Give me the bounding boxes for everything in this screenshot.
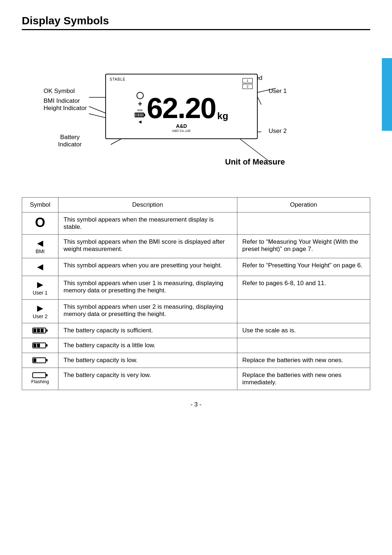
and-brand: A&D bbox=[172, 123, 191, 129]
table-row: ◄ BMI This symbol appears when the BMI s… bbox=[22, 235, 370, 258]
user2-label: User 2 bbox=[269, 127, 287, 135]
scale-top-bar: STABLE bbox=[110, 77, 253, 81]
svg-rect-19 bbox=[33, 358, 36, 362]
description-cell: This symbol appears when the BMI score i… bbox=[58, 235, 237, 258]
symbol-cell: ◄ bbox=[22, 258, 58, 276]
bat-seg2 bbox=[139, 113, 141, 117]
flashing-label: Flashing bbox=[27, 379, 53, 384]
svg-rect-12 bbox=[41, 329, 44, 332]
svg-rect-11 bbox=[37, 329, 40, 332]
table-row: ► User 1 This symbol appears when user 1… bbox=[22, 276, 370, 300]
symbol-cell: ► User 2 bbox=[22, 300, 58, 323]
symbol-cell: ► User 1 bbox=[22, 276, 58, 300]
description-cell: The battery capacity is low. bbox=[58, 353, 237, 368]
svg-rect-21 bbox=[46, 374, 48, 376]
table-row: The battery capacity is a little low. bbox=[22, 338, 370, 353]
symbol-cell: Flashing bbox=[22, 368, 58, 390]
operation-cell: Refer to “Presetting Your Height” on pag… bbox=[237, 258, 370, 276]
symbol-triangle-right-user2: ► bbox=[27, 303, 53, 313]
symbol-o: O bbox=[27, 216, 53, 229]
and-logo: A&D A&D Co.,Ltd. bbox=[172, 123, 191, 133]
operation-cell: Refer to “Measuring Your Weight (With th… bbox=[237, 235, 370, 258]
svg-rect-14 bbox=[46, 344, 48, 347]
unit-of-measure-label: Unit of Measure bbox=[225, 157, 285, 167]
symbol-cell bbox=[22, 323, 58, 338]
stable-label: STABLE bbox=[110, 77, 126, 81]
battery-display bbox=[135, 113, 145, 117]
table-header-row: Symbol Description Operation bbox=[22, 198, 370, 212]
battery-body bbox=[135, 113, 144, 117]
symbol-triangle-left-height: ◄ bbox=[27, 262, 53, 272]
bat-seg3 bbox=[141, 113, 143, 117]
bat-seg1 bbox=[136, 113, 138, 117]
table-row: ► User 2 This symbol appears when user 2… bbox=[22, 300, 370, 323]
bmi-triangle: ◄ bbox=[138, 119, 143, 125]
operation-cell: Replace the batteries with new ones imme… bbox=[237, 368, 370, 390]
bmi-text: BMI bbox=[138, 109, 143, 112]
description-cell: The battery capacity is a little low. bbox=[58, 338, 237, 353]
svg-rect-18 bbox=[46, 359, 48, 361]
description-cell: The battery capacity is very low. bbox=[58, 368, 237, 390]
symbols-table: Symbol Description Operation O This symb… bbox=[22, 197, 370, 390]
page-number: - 3 - bbox=[22, 401, 370, 408]
scale-unit: kg bbox=[217, 110, 228, 122]
operation-cell bbox=[237, 212, 370, 235]
and-brand-sub: A&D Co.,Ltd. bbox=[172, 129, 191, 133]
bat-low-svg bbox=[32, 357, 48, 364]
operation-cell bbox=[237, 338, 370, 353]
ok-circle bbox=[136, 92, 144, 99]
bat-medium-svg bbox=[32, 342, 48, 349]
battery-full-symbol bbox=[27, 327, 53, 334]
user-indicator: 1 2 bbox=[242, 78, 253, 89]
bmi-indicator-label: BMI Indicator Height Indicator bbox=[44, 97, 87, 112]
col-description: Description bbox=[58, 198, 237, 212]
symbol-triangle-left-bmi: ◄ bbox=[27, 238, 53, 248]
description-cell: This symbol appears when user 2 is measu… bbox=[58, 300, 237, 323]
table-row: Flashing The battery capacity is very lo… bbox=[22, 368, 370, 390]
table-row: The battery capacity is sufficient. Use … bbox=[22, 323, 370, 338]
operation-cell: Use the scale as is. bbox=[237, 323, 370, 338]
diagram-area: OK Symbol Weight Measured BMI Indicator … bbox=[22, 41, 370, 186]
battery-medium-symbol bbox=[27, 342, 53, 349]
bmi-label: BMI bbox=[27, 248, 53, 254]
symbol-cell bbox=[22, 338, 58, 353]
symbol-cell: O bbox=[22, 212, 58, 235]
description-cell: This symbol appears when user 1 is measu… bbox=[58, 276, 237, 300]
description-cell: The battery capacity is sufficient. bbox=[58, 323, 237, 338]
symbol-cell: ◄ BMI bbox=[22, 235, 58, 258]
user-box-2: 2 bbox=[242, 84, 253, 89]
battery-indicator-label: BatteryIndicator bbox=[58, 134, 82, 148]
table-row: ◄ This symbol appears when you are prese… bbox=[22, 258, 370, 276]
user1-label-table: User 1 bbox=[27, 290, 53, 296]
operation-cell: Refer to pages 6-8, 10 and 11. bbox=[237, 276, 370, 300]
operation-cell: Replace the batteries with new ones. bbox=[237, 353, 370, 368]
col-symbol: Symbol bbox=[22, 198, 58, 212]
bat-tip bbox=[144, 114, 145, 116]
bat-full-svg bbox=[32, 327, 48, 334]
symbol-triangle-right-user1: ► bbox=[27, 280, 53, 290]
table-row: The battery capacity is low. Replace the… bbox=[22, 353, 370, 368]
description-cell: This symbol appears when you are presett… bbox=[58, 258, 237, 276]
description-cell: This symbol appears when the measurement… bbox=[58, 212, 237, 235]
svg-rect-20 bbox=[33, 373, 46, 378]
scale-display: STABLE 1 2 + BMI bbox=[105, 74, 258, 139]
symbol-cell bbox=[22, 353, 58, 368]
blue-sidebar-tab bbox=[382, 58, 392, 131]
svg-rect-15 bbox=[33, 344, 36, 347]
page-title: Display Symbols bbox=[22, 15, 370, 30]
scale-digits: 62.20 bbox=[147, 94, 216, 123]
svg-rect-16 bbox=[37, 344, 40, 347]
scale-main: + BMI ◄ 62.20 kg bbox=[110, 88, 253, 125]
svg-line-5 bbox=[258, 97, 261, 105]
bat-verylow-svg bbox=[32, 372, 48, 379]
user1-label: User 1 bbox=[269, 88, 287, 95]
scale-left-indicators: + BMI ◄ bbox=[135, 92, 145, 125]
user2-label-table: User 2 bbox=[27, 313, 53, 319]
table-row: O This symbol appears when the measureme… bbox=[22, 212, 370, 235]
plus-symbol: + bbox=[138, 100, 142, 108]
battery-verylow-symbol bbox=[27, 372, 53, 379]
ok-symbol-label: OK Symbol bbox=[44, 88, 75, 95]
operation-cell bbox=[237, 300, 370, 323]
battery-low-symbol bbox=[27, 357, 53, 364]
col-operation: Operation bbox=[237, 198, 370, 212]
